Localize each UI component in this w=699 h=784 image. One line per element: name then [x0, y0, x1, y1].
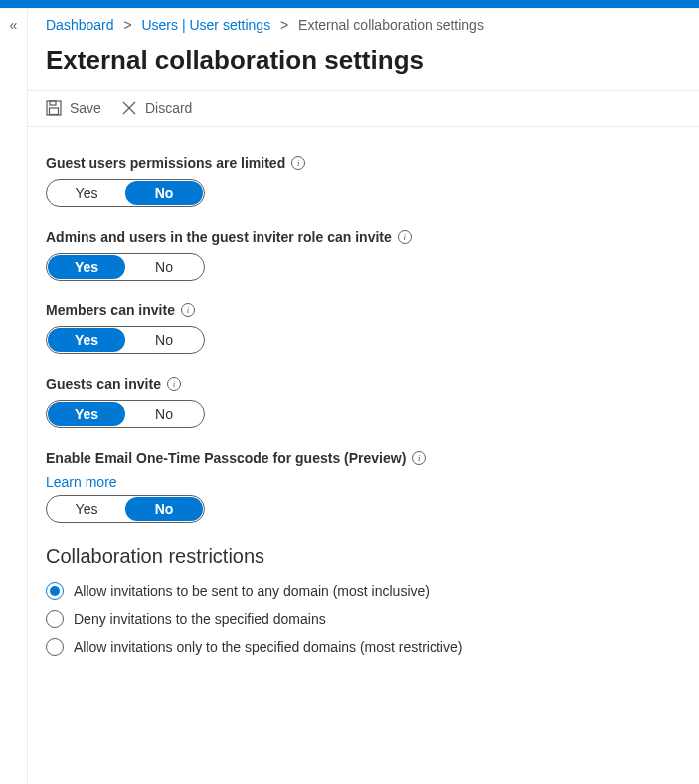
setting-label: Guest users permissions are limited — [46, 155, 681, 171]
toggle-option-no[interactable]: No — [125, 181, 203, 205]
radio-label: Deny invitations to the specified domain… — [74, 611, 326, 627]
toggle-email-otp[interactable]: Yes No — [46, 495, 205, 523]
info-icon[interactable] — [181, 303, 195, 317]
toggle-guests-can-invite[interactable]: Yes No — [46, 400, 205, 428]
collab-restrictions-heading: Collaboration restrictions — [46, 545, 681, 568]
toggle-option-no[interactable]: No — [125, 402, 203, 426]
toggle-option-yes[interactable]: Yes — [48, 255, 125, 279]
toggle-option-yes[interactable]: Yes — [48, 181, 125, 205]
breadcrumb-dashboard[interactable]: Dashboard — [46, 17, 114, 33]
radio-allow-any-domain[interactable]: Allow invitations to be sent to any doma… — [46, 582, 681, 600]
setting-label: Admins and users in the guest inviter ro… — [46, 229, 681, 245]
label-text: Guest users permissions are limited — [46, 155, 285, 171]
setting-label: Guests can invite — [46, 376, 681, 392]
radio-icon — [46, 582, 64, 600]
setting-members-can-invite: Members can invite Yes No — [46, 302, 681, 354]
toggle-option-no[interactable]: No — [125, 328, 203, 352]
setting-label: Members can invite — [46, 302, 681, 318]
toolbar: Save Discard — [28, 90, 699, 127]
save-label: Save — [70, 100, 101, 116]
chevron-right-icon: > — [123, 17, 131, 33]
setting-label: Enable Email One-Time Passcode for guest… — [46, 450, 681, 466]
breadcrumb-current: External collaboration settings — [298, 17, 484, 33]
radio-deny-specified-domains[interactable]: Deny invitations to the specified domain… — [46, 610, 681, 628]
breadcrumb-users[interactable]: Users | User settings — [141, 17, 270, 33]
label-text: Admins and users in the guest inviter ro… — [46, 229, 392, 245]
svg-rect-2 — [50, 108, 59, 115]
toggle-option-no[interactable]: No — [125, 255, 203, 279]
info-icon[interactable] — [291, 156, 305, 170]
setting-guests-can-invite: Guests can invite Yes No — [46, 376, 681, 428]
discard-label: Discard — [145, 100, 192, 116]
radio-label: Allow invitations only to the specified … — [74, 639, 462, 655]
info-icon[interactable] — [167, 377, 181, 391]
toggle-option-yes[interactable]: Yes — [48, 402, 125, 426]
label-text: Guests can invite — [46, 376, 161, 392]
sidebar-collapse-column — [0, 9, 28, 784]
toggle-option-no[interactable]: No — [125, 497, 203, 521]
toggle-admins-inviter-can-invite[interactable]: Yes No — [46, 253, 205, 281]
toggle-option-yes[interactable]: Yes — [48, 497, 125, 521]
toggle-option-yes[interactable]: Yes — [48, 328, 125, 352]
page-body: Dashboard > Users | User settings > Exte… — [0, 8, 699, 784]
collapse-sidebar-icon[interactable] — [10, 17, 18, 33]
toggle-members-can-invite[interactable]: Yes No — [46, 326, 205, 354]
settings-form: Guest users permissions are limited Yes … — [28, 127, 699, 676]
learn-more-link[interactable]: Learn more — [46, 474, 117, 490]
info-icon[interactable] — [412, 451, 426, 465]
save-icon — [46, 100, 62, 116]
chevron-right-icon: > — [280, 17, 288, 33]
top-accent-bar — [0, 0, 699, 8]
close-icon — [121, 100, 137, 116]
radio-icon — [46, 638, 64, 656]
radio-label: Allow invitations to be sent to any doma… — [74, 583, 430, 599]
save-button[interactable]: Save — [46, 100, 101, 116]
setting-guest-limited: Guest users permissions are limited Yes … — [46, 155, 681, 207]
page-title: External collaboration settings — [28, 39, 699, 90]
discard-button[interactable]: Discard — [121, 100, 192, 116]
collab-restrictions-group: Allow invitations to be sent to any doma… — [46, 582, 681, 656]
svg-rect-1 — [50, 101, 56, 105]
content-pane: Dashboard > Users | User settings > Exte… — [28, 9, 699, 784]
label-text: Enable Email One-Time Passcode for guest… — [46, 450, 406, 466]
setting-email-otp: Enable Email One-Time Passcode for guest… — [46, 450, 681, 523]
breadcrumb: Dashboard > Users | User settings > Exte… — [28, 9, 699, 39]
toggle-guest-limited[interactable]: Yes No — [46, 179, 205, 207]
setting-admins-inviter-can-invite: Admins and users in the guest inviter ro… — [46, 229, 681, 281]
radio-allow-only-specified-domains[interactable]: Allow invitations only to the specified … — [46, 638, 681, 656]
label-text: Members can invite — [46, 302, 175, 318]
radio-icon — [46, 610, 64, 628]
info-icon[interactable] — [398, 230, 412, 244]
